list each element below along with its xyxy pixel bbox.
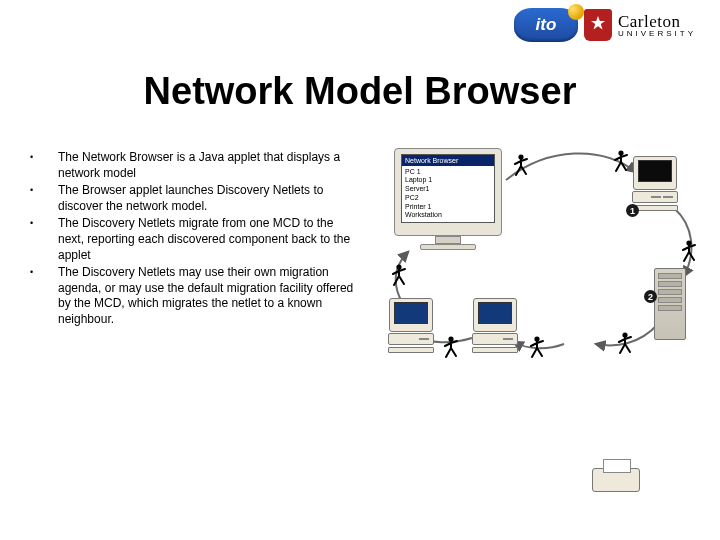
browser-window-title: Network Browser: [405, 157, 458, 164]
ito-logo-text: ito: [536, 15, 557, 35]
list-item: Workstation: [405, 211, 491, 220]
netlet-figure-icon: [442, 336, 460, 358]
printer-node: [562, 318, 610, 342]
bullet-text: The Network Browser is a Java applet tha…: [58, 150, 360, 181]
list-item: •The Browser applet launches Discovery N…: [30, 183, 360, 214]
bullet-list-area: •The Network Browser is a Java applet th…: [30, 150, 360, 330]
printer-icon: [592, 468, 640, 492]
list-item: •The Network Browser is a Java applet th…: [30, 150, 360, 181]
step-badge: 2: [644, 290, 657, 303]
carleton-name: Carleton: [618, 13, 696, 30]
carleton-wordmark: Carleton UNIVERSITY: [618, 13, 696, 38]
keyboard-icon: [472, 347, 518, 353]
netlet-figure-icon: [680, 240, 698, 262]
netlet-figure-icon: [616, 332, 634, 354]
bullet-list: •The Network Browser is a Java applet th…: [30, 150, 360, 328]
netlet-figure-icon: [528, 336, 546, 358]
list-item: •The Discovery Netlets migrate from one …: [30, 216, 360, 263]
browser-device-list: PC 1 Laptop 1 Server1 PC2 Printer 1 Work…: [402, 166, 494, 223]
bullet-text: The Browser applet launches Discovery Ne…: [58, 183, 360, 214]
monitor-icon: Network Browser PC 1 Laptop 1 Server1 PC…: [394, 148, 502, 236]
monitor-icon: [389, 298, 433, 332]
slide-title: Network Model Browser: [0, 70, 720, 113]
cpu-base-icon: [388, 333, 434, 345]
netlet-figure-icon: [612, 150, 630, 172]
bullet-icon: •: [30, 265, 58, 327]
monitor-stand-icon: [435, 236, 461, 244]
bullet-text: The Discovery Netlets may use their own …: [58, 265, 360, 327]
list-item: Laptop 1: [405, 176, 491, 185]
header-logos: ito Carleton UNIVERSITY: [514, 8, 696, 42]
list-item: Printer 1: [405, 203, 491, 212]
monitor-icon: [473, 298, 517, 332]
cpu-base-icon: [472, 333, 518, 345]
bullet-icon: •: [30, 183, 58, 214]
bullet-text: The Discovery Netlets migrate from one M…: [58, 216, 360, 263]
carleton-crest-icon: [584, 9, 612, 41]
bullet-icon: •: [30, 216, 58, 263]
pc-node: [472, 298, 518, 353]
carleton-sub: UNIVERSITY: [618, 30, 696, 38]
pc-node: [632, 156, 678, 211]
network-diagram: Network Browser PC 1 Laptop 1 Server1 PC…: [388, 148, 698, 368]
list-item: PC2: [405, 194, 491, 203]
monitor-icon: [633, 156, 677, 190]
browser-workstation: Network Browser PC 1 Laptop 1 Server1 PC…: [394, 148, 502, 250]
netlet-figure-icon: [512, 154, 530, 176]
step-badge: 1: [626, 204, 639, 217]
list-item: Server1: [405, 185, 491, 194]
cpu-base-icon: [632, 191, 678, 203]
netlet-figure-icon: [390, 264, 408, 286]
server-node: [654, 268, 686, 340]
bullet-icon: •: [30, 150, 58, 181]
ito-logo: ito: [514, 8, 578, 42]
browser-window-titlebar: Network Browser: [402, 155, 494, 166]
list-item: •The Discovery Netlets may use their own…: [30, 265, 360, 327]
keyboard-icon: [388, 347, 434, 353]
list-item: PC 1: [405, 168, 491, 177]
pc-node: [388, 298, 434, 353]
monitor-foot-icon: [420, 244, 476, 250]
